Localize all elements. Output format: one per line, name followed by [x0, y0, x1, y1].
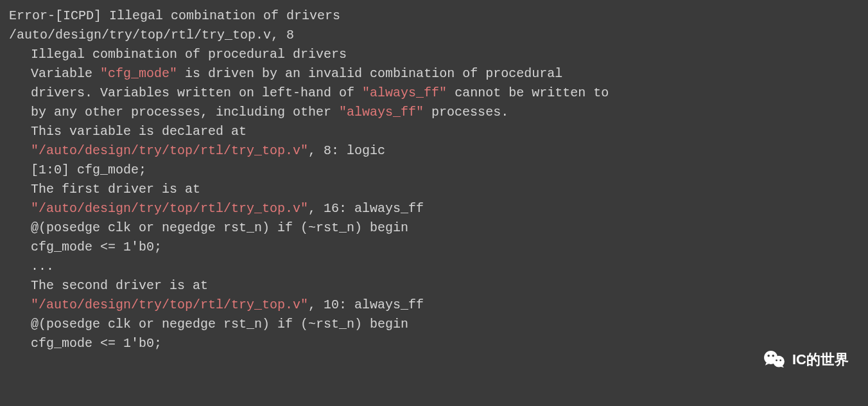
wechat-icon — [763, 350, 786, 369]
svg-point-1 — [773, 355, 785, 367]
always-ff-keyword: "always_ff" — [339, 105, 424, 119]
text-segment: by any other processes, including other — [31, 105, 339, 119]
declared-path-line: "/auto/design/try/top/rtl/try_top.v", 8:… — [9, 141, 859, 161]
second-driver-label: The second driver is at — [9, 276, 859, 296]
svg-point-3 — [772, 355, 774, 357]
text-segment: Variable — [31, 66, 100, 81]
text-segment: is driven by an invalid combination of p… — [177, 66, 562, 81]
text-segment: processes. — [424, 105, 508, 119]
error-header: Error-[ICPD] Illegal combination of driv… — [9, 6, 859, 26]
svg-point-5 — [779, 359, 781, 361]
text-segment: drivers. Variables written on left-hand … — [31, 85, 362, 100]
watermark: IC的世界 — [763, 349, 849, 370]
always-ff-keyword: "always_ff" — [362, 85, 447, 100]
first-driver-label: The first driver is at — [9, 180, 859, 199]
error-process-line: by any other processes, including other … — [9, 103, 859, 122]
first-driver-stmt: @(posedge clk or negedge rst_n) if (~rst… — [9, 218, 859, 238]
error-reason: Illegal combination of procedural driver… — [9, 45, 859, 64]
first-driver-assign: cfg_mode <= 1'b0; — [9, 238, 859, 257]
file-path: "/auto/design/try/top/rtl/try_top.v" — [31, 201, 308, 216]
text-segment: , 10: always_ff — [308, 297, 424, 312]
error-file-line: /auto/design/try/top/rtl/try_top.v, 8 — [9, 26, 859, 45]
error-variable-line: Variable "cfg_mode" is driven by an inva… — [9, 64, 859, 84]
second-driver-assign: cfg_mode <= 1'b0; — [9, 334, 859, 353]
variable-name: "cfg_mode" — [100, 66, 177, 81]
text-segment: , 16: always_ff — [308, 201, 424, 216]
second-driver-path-line: "/auto/design/try/top/rtl/try_top.v", 10… — [9, 296, 859, 315]
ellipsis: ... — [9, 257, 859, 276]
svg-point-2 — [767, 355, 770, 357]
file-path: "/auto/design/try/top/rtl/try_top.v" — [31, 143, 308, 158]
declared-bits: [1:0] cfg_mode; — [9, 161, 859, 180]
svg-point-4 — [776, 359, 777, 361]
declared-at-label: This variable is declared at — [9, 122, 859, 141]
first-driver-path-line: "/auto/design/try/top/rtl/try_top.v", 16… — [9, 199, 859, 218]
text-segment: cannot be written to — [447, 85, 609, 100]
file-path: "/auto/design/try/top/rtl/try_top.v" — [31, 297, 308, 312]
text-segment: , 8: logic — [308, 143, 385, 158]
watermark-text: IC的世界 — [792, 349, 849, 370]
error-drivers-line: drivers. Variables written on left-hand … — [9, 84, 859, 103]
second-driver-stmt: @(posedge clk or negedge rst_n) if (~rst… — [9, 315, 859, 334]
terminal-output: Error-[ICPD] Illegal combination of driv… — [9, 6, 859, 353]
